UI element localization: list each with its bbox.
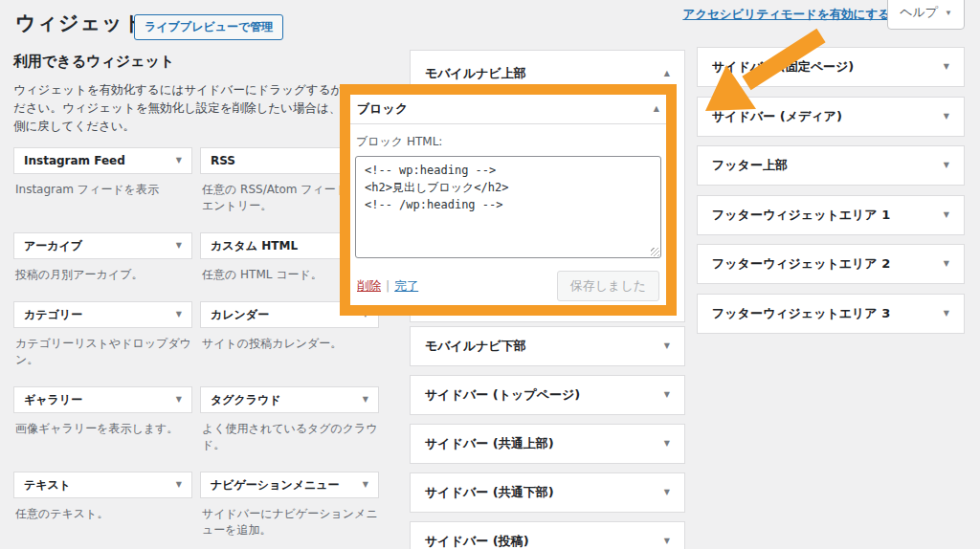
section-title: フッターウィジェットエリア 1 xyxy=(712,207,890,224)
widget-cell: タグクラウド ▼ よく使用されているタグのクラウ ド。 xyxy=(200,386,379,472)
available-widgets-heading: 利用できるウィジェット xyxy=(13,53,410,71)
section-title: サイドバー (メディア) xyxy=(712,108,842,125)
widget-bar-instagram-feed[interactable]: Instagram Feed ▼ xyxy=(13,147,192,174)
chevron-down-icon: ▼ xyxy=(363,481,368,489)
chevron-down-icon: ▼ xyxy=(664,391,670,399)
widget-description: 任意のテキスト。 xyxy=(15,506,190,522)
section-title: フッター上部 xyxy=(712,157,788,174)
widget-bar-text[interactable]: テキスト ▼ xyxy=(13,472,192,498)
widget-title: カテゴリー xyxy=(24,307,82,323)
block-html-label: ブロック HTML: xyxy=(355,134,661,150)
delete-link[interactable]: 削除 xyxy=(357,278,381,293)
chevron-down-icon: ▼ xyxy=(176,396,182,404)
accessibility-mode-link[interactable]: アクセシビリティモードを有効にする xyxy=(682,7,890,23)
chevron-up-icon: ▲ xyxy=(664,70,670,77)
block-widget-footer: 削除|完了 保存しました xyxy=(355,271,661,301)
chevron-down-icon: ▼ xyxy=(176,242,182,250)
chevron-down-icon: ▼ xyxy=(944,211,949,219)
chevron-down-icon: ▼ xyxy=(944,162,949,169)
widget-bar-gallery[interactable]: ギャラリー ▼ xyxy=(13,386,192,413)
page-title: ウィジェット xyxy=(15,10,145,36)
widget-bar-navigation-menu[interactable]: ナビゲーションメニュー ▼ xyxy=(200,472,379,498)
widget-title: ナビゲーションメニュー xyxy=(211,477,340,494)
widget-description: サイトの投稿カレンダー。 xyxy=(202,336,377,352)
widget-title: アーカイブ xyxy=(24,238,82,254)
widget-description: よく使用されているタグのクラウ ド。 xyxy=(202,421,377,453)
chevron-down-icon: ▼ xyxy=(944,310,949,318)
widget-title: Instagram Feed xyxy=(24,154,125,167)
widget-description: 投稿の月別アーカイブ。 xyxy=(15,267,190,283)
section-header-sidebar-common-bottom[interactable]: サイドバー (共通下部) ▼ xyxy=(410,472,685,513)
chevron-down-icon: ▼ xyxy=(176,481,182,489)
section-header-mobile-nav-bottom[interactable]: モバイルナビ下部 ▼ xyxy=(410,326,685,366)
resize-handle[interactable] xyxy=(651,248,659,256)
manage-live-preview-button[interactable]: ライブプレビューで管理 xyxy=(134,14,283,40)
widget-cell: カテゴリー ▼ カテゴリーリストやドロップダウ ン。 xyxy=(13,301,192,386)
section-header-sidebar-top-page[interactable]: サイドバー (トップページ) ▼ xyxy=(410,375,685,415)
chevron-down-icon: ▼ xyxy=(176,311,182,318)
section-title: モバイルナビ下部 xyxy=(425,338,526,355)
chevron-down-icon: ▼ xyxy=(944,63,949,71)
section-header-sidebar-media[interactable]: サイドバー (メディア) ▼ xyxy=(697,97,965,137)
chevron-down-icon: ▼ xyxy=(176,157,182,165)
section-header-mobile-nav-top[interactable]: モバイルナビ上部 ▲ xyxy=(411,51,684,82)
section-header-footer-widget-area-1[interactable]: フッターウィジェットエリア 1 ▼ xyxy=(697,195,965,235)
section-title: サイドバー (トップページ) xyxy=(425,386,580,404)
block-widget-editor: ブロック ▲ ブロック HTML: <!-- wp:heading --> <h… xyxy=(340,84,677,316)
chevron-down-icon: ▼ xyxy=(664,342,670,350)
widget-cell: テキスト ▼ 任意のテキスト。 xyxy=(13,472,192,540)
section-title: フッターウィジェットエリア 3 xyxy=(712,305,890,322)
widget-title: RSS xyxy=(211,154,235,167)
section-header-footer-top[interactable]: フッター上部 ▼ xyxy=(697,145,965,186)
help-button-label: ヘルプ xyxy=(900,4,938,21)
section-title: フッターウィジェットエリア 2 xyxy=(712,255,890,273)
widget-title: タグクラウド xyxy=(211,392,281,408)
section-header-footer-widget-area-3[interactable]: フッターウィジェットエリア 3 ▼ xyxy=(697,294,965,334)
block-widget-title: ブロック xyxy=(357,100,408,118)
widget-bar-tag-cloud[interactable]: タグクラウド ▼ xyxy=(200,386,379,413)
widget-title: カスタム HTML xyxy=(211,238,298,254)
block-html-textarea[interactable]: <!-- wp:heading --> <h2>見出しブロック</h2> <!-… xyxy=(355,156,661,258)
block-widget-header[interactable]: ブロック ▲ xyxy=(350,95,666,124)
chevron-up-icon: ▲ xyxy=(654,105,659,113)
chevron-down-icon: ▼ xyxy=(944,113,949,121)
chevron-down-icon: ▼ xyxy=(945,9,952,17)
chevron-down-icon: ▼ xyxy=(664,440,670,448)
chevron-down-icon: ▼ xyxy=(664,489,670,496)
section-header-sidebar-common-top[interactable]: サイドバー (共通上部) ▼ xyxy=(410,424,685,464)
section-title: サイドバー (固定ページ) xyxy=(712,58,854,76)
widget-bar-archives[interactable]: アーカイブ ▼ xyxy=(13,232,192,259)
section-header-footer-widget-area-2[interactable]: フッターウィジェットエリア 2 ▼ xyxy=(697,244,965,284)
widget-bar-categories[interactable]: カテゴリー ▼ xyxy=(13,301,192,328)
widget-description: カテゴリーリストやドロップダウ ン。 xyxy=(15,336,190,368)
help-button[interactable]: ヘルプ ▼ xyxy=(887,0,965,30)
block-widget-body: ブロック HTML: <!-- wp:heading --> <h2>見出しブロ… xyxy=(350,124,666,301)
chevron-down-icon: ▼ xyxy=(664,538,670,545)
link-separator: | xyxy=(386,278,390,293)
widget-cell: ギャラリー ▼ 画像ギャラリーを表示します。 xyxy=(13,386,192,455)
saved-button[interactable]: 保存しました xyxy=(557,271,659,301)
widget-cell: Instagram Feed ▼ Instagram フィードを表示 xyxy=(13,147,192,216)
chevron-down-icon: ▼ xyxy=(944,260,949,268)
widget-cell: アーカイブ ▼ 投稿の月別アーカイブ。 xyxy=(13,232,192,301)
widget-title: テキスト xyxy=(24,477,71,494)
widget-description: Instagram フィードを表示 xyxy=(15,182,190,198)
widget-title: カレンダー xyxy=(211,307,269,323)
section-header-sidebar-fixed-pages[interactable]: サイドバー (固定ページ) ▼ xyxy=(697,47,965,87)
done-link[interactable]: 完了 xyxy=(394,278,418,293)
section-header-sidebar-posts[interactable]: サイドバー (投稿) ▼ xyxy=(410,521,685,549)
widget-description: 画像ギャラリーを表示します。 xyxy=(15,421,190,437)
widget-cell: ナビゲーションメニュー ▼ サイドバーにナビゲーションメニ ューを追加。 xyxy=(200,472,379,549)
section-title: サイドバー (投稿) xyxy=(425,533,529,549)
chevron-down-icon: ▼ xyxy=(363,396,368,404)
section-title: サイドバー (共通上部) xyxy=(425,435,554,452)
widget-title: ギャラリー xyxy=(24,392,82,408)
section-title: モバイルナビ上部 xyxy=(425,65,526,82)
section-title: サイドバー (共通下部) xyxy=(425,484,554,501)
widget-description: サイドバーにナビゲーションメニ ューを追加。 xyxy=(202,506,377,538)
